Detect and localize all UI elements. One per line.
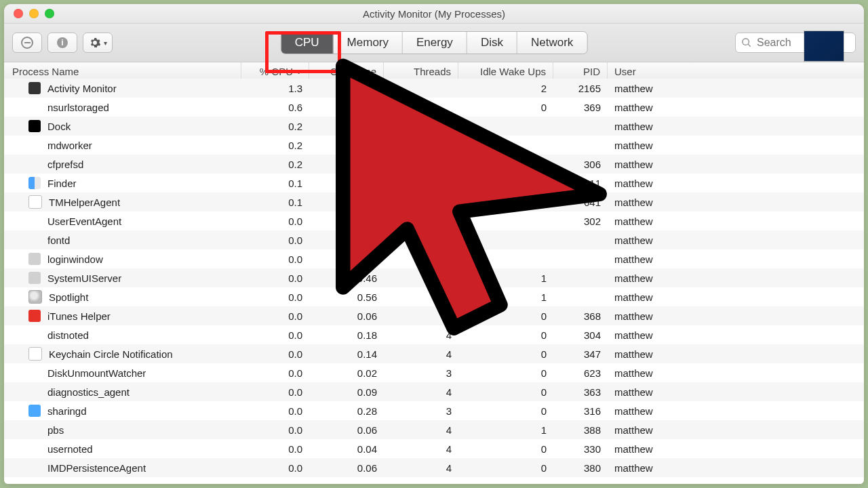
- table-row[interactable]: Finder0.19.921311matthew: [4, 174, 864, 192]
- cell-threads: 3: [384, 310, 458, 322]
- process-icon: [28, 272, 41, 284]
- table-row[interactable]: UserEventAgent0.00.45302matthew: [4, 211, 864, 230]
- cell-cpu: 0.0: [241, 235, 309, 246]
- cell-user: matthew: [608, 329, 864, 341]
- cell-pid: 302: [553, 216, 608, 227]
- table-row[interactable]: TMHelperAgent0.10.19641matthew: [4, 192, 864, 211]
- cell-wakeups: 1: [458, 272, 553, 284]
- cell-threads: 4: [384, 386, 458, 398]
- col-cpu-time[interactable]: CPU Time: [309, 62, 384, 80]
- col-threads[interactable]: Threads: [384, 62, 458, 80]
- cell-threads: 4: [384, 329, 458, 341]
- column-headers: Process Name % CPU ⌄ CPU Time Threads Id…: [4, 62, 864, 81]
- cell-cputime: 0.06: [309, 310, 384, 322]
- col-pid[interactable]: PID: [553, 62, 608, 80]
- cell-pid: 347: [553, 348, 608, 360]
- col-process-name[interactable]: Process Name: [4, 62, 241, 80]
- minimize-window-button[interactable]: [29, 9, 39, 18]
- table-row[interactable]: Spotlight0.00.5681matthew: [4, 287, 864, 306]
- maximize-window-button[interactable]: [45, 9, 54, 18]
- process-name-label: TMHelperAgent: [49, 197, 120, 208]
- tab-disk[interactable]: Disk: [467, 32, 517, 54]
- cell-user: matthew: [608, 159, 864, 170]
- table-row[interactable]: iTunes Helper0.00.0630368matthew: [4, 306, 864, 325]
- process-name-label: diagnostics_agent: [47, 386, 130, 398]
- cell-cpu: 0.0: [241, 386, 309, 398]
- table-row[interactable]: Activity Monitor1.322165matthew: [4, 79, 864, 98]
- process-icon: [28, 290, 42, 304]
- cell-user: matthew: [608, 386, 864, 398]
- chevron-down-icon: ▾: [104, 39, 107, 47]
- options-menu-button[interactable]: ▾: [83, 33, 113, 53]
- tab-memory[interactable]: Memory: [334, 32, 403, 54]
- cell-user: matthew: [608, 348, 864, 360]
- cell-user: matthew: [608, 462, 864, 474]
- process-name-label: fontd: [47, 235, 70, 246]
- table-row[interactable]: usernoted0.00.0440330matthew: [4, 439, 864, 458]
- cell-cpu: 0.0: [241, 291, 309, 303]
- cell-user: matthew: [608, 83, 864, 94]
- cell-threads: 8: [384, 291, 458, 303]
- search-icon: [741, 37, 752, 48]
- process-name-label: sharingd: [47, 405, 87, 417]
- process-icon: [28, 177, 41, 189]
- cell-wakeups: 0: [458, 348, 553, 360]
- cell-cputime: 0.56: [309, 291, 384, 303]
- table-row[interactable]: sharingd0.00.2830316matthew: [4, 401, 864, 420]
- stop-icon: [21, 37, 33, 49]
- table-row[interactable]: mdworker0.20.matthew: [4, 136, 864, 155]
- cell-threads: 4: [384, 348, 458, 360]
- process-name-label: Finder: [47, 178, 77, 189]
- cell-cpu: 0.0: [241, 272, 309, 284]
- view-tabs: CPUMemoryEnergyDiskNetwork: [281, 31, 588, 54]
- table-row[interactable]: fontd0.00.43matthew: [4, 230, 864, 249]
- cell-threads: 4: [384, 443, 458, 455]
- process-icon: [28, 253, 41, 265]
- tab-energy[interactable]: Energy: [403, 32, 467, 54]
- process-icon: [28, 82, 41, 94]
- cell-pid: 330: [553, 443, 608, 455]
- table-row[interactable]: Keychain Circle Notification0.00.1440347…: [4, 344, 864, 363]
- stop-process-button[interactable]: [12, 33, 42, 53]
- table-row[interactable]: SystemUIServer0.00.461matthew: [4, 268, 864, 287]
- process-icon: [28, 120, 41, 132]
- table-row[interactable]: nsurlstoraged0.60369matthew: [4, 98, 864, 117]
- table-row[interactable]: pbs0.00.0641388matthew: [4, 420, 864, 439]
- process-icon: [28, 310, 41, 322]
- process-name-label: Dock: [47, 121, 71, 132]
- cell-pid: 369: [553, 102, 608, 113]
- table-row[interactable]: DiskUnmountWatcher0.00.0230623matthew: [4, 363, 864, 382]
- table-row[interactable]: loginwindow0.00.50matthew: [4, 249, 864, 268]
- sort-indicator-icon: ⌄: [296, 67, 302, 76]
- process-name-label: IMDPersistenceAgent: [47, 462, 146, 474]
- cell-threads: 4: [384, 424, 458, 436]
- process-table[interactable]: Activity Monitor1.322165matthewnsurlstor…: [4, 79, 864, 484]
- process-name-label: SystemUIServer: [47, 272, 121, 284]
- gear-icon: [89, 37, 101, 49]
- process-name-label: iTunes Helper: [47, 310, 111, 322]
- cell-cputime: 0.43: [309, 235, 384, 246]
- table-row[interactable]: IMDPersistenceAgent0.00.0640380matthew: [4, 458, 864, 477]
- cell-cputime: 0.66: [309, 159, 384, 170]
- inspect-process-button[interactable]: i: [47, 33, 77, 53]
- cell-pid: 316: [553, 405, 608, 417]
- tab-cpu[interactable]: CPU: [281, 32, 334, 54]
- cell-wakeups: 0: [458, 102, 553, 113]
- col-user[interactable]: User: [608, 62, 854, 80]
- traffic-lights: [4, 9, 54, 18]
- cell-wakeups: 1: [458, 178, 553, 189]
- cell-cputime: 9.92: [309, 178, 384, 189]
- col-idle-wakeups[interactable]: Idle Wake Ups: [458, 62, 553, 80]
- tab-network[interactable]: Network: [517, 32, 587, 54]
- cell-wakeups: 1: [458, 291, 553, 303]
- table-row[interactable]: distnoted0.00.1840304matthew: [4, 325, 864, 344]
- table-row[interactable]: diagnostics_agent0.00.0940363matthew: [4, 382, 864, 401]
- cell-cpu: 0.2: [241, 140, 309, 151]
- table-row[interactable]: cfprefsd0.20.66306matthew: [4, 155, 864, 174]
- cell-wakeups: 0: [458, 329, 553, 341]
- col-cpu-percent[interactable]: % CPU ⌄: [241, 62, 309, 80]
- cell-cpu: 0.6: [241, 102, 309, 113]
- close-window-button[interactable]: [14, 9, 23, 18]
- cell-user: matthew: [608, 367, 864, 379]
- table-row[interactable]: Dock0.2matthew: [4, 117, 864, 136]
